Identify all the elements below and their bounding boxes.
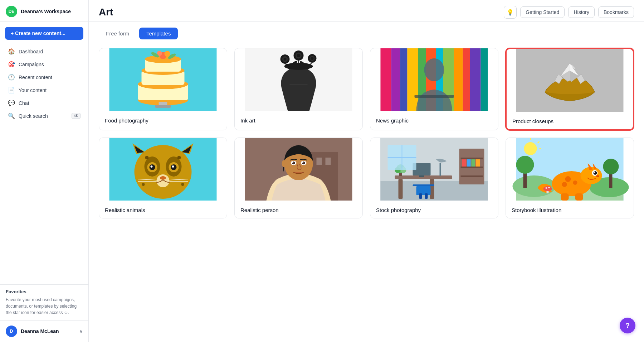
sidebar-nav: 🏠 Dashboard 🎯 Campaigns 🕐 Recent content…	[0, 43, 88, 284]
ink-art-thumbnail	[235, 48, 362, 111]
svg-rect-36	[408, 48, 418, 111]
stock-photography-thumbnail	[370, 138, 498, 201]
svg-rect-108	[467, 159, 471, 167]
favorites-title: Favorites	[6, 289, 83, 294]
sidebar-item-dashboard[interactable]: 🏠 Dashboard	[2, 45, 86, 58]
card-news-graphic-label: News graphic	[370, 112, 498, 129]
svg-rect-35	[400, 48, 408, 111]
card-ink-art[interactable]: Ink art	[234, 48, 363, 130]
sidebar-footer[interactable]: D Deanna McLean ∧	[0, 320, 88, 342]
svg-rect-58	[562, 82, 565, 86]
keyboard-shortcut: ⌘K	[72, 113, 80, 119]
card-realistic-animals-label: Realistic animals	[99, 202, 227, 218]
svg-rect-143	[575, 193, 583, 201]
sidebar-item-chat[interactable]: 💬 Chat	[2, 97, 86, 109]
svg-rect-43	[470, 48, 481, 111]
getting-started-button[interactable]: Getting Started	[520, 6, 565, 18]
workspace-name: Deanna's Workspace	[21, 9, 71, 14]
svg-point-82	[142, 183, 145, 186]
svg-point-145	[573, 180, 577, 185]
card-storybook-illustration-label: Storybook illustration	[506, 202, 634, 218]
help-button[interactable]: ?	[620, 318, 635, 333]
tab-free-form[interactable]: Free form	[99, 28, 136, 39]
svg-point-10	[165, 51, 170, 57]
sidebar-item-your-content[interactable]: 📄 Your content	[2, 84, 86, 96]
sidebar-item-label: Your content	[19, 87, 47, 93]
svg-point-150	[548, 187, 550, 188]
card-realistic-animals[interactable]: Realistic animals	[99, 138, 227, 218]
svg-point-133	[603, 159, 619, 174]
svg-rect-14	[155, 105, 171, 108]
main-content: Art 💡 Getting Started History Bookmarks …	[89, 0, 644, 342]
svg-point-144	[565, 176, 571, 182]
chat-icon: 💬	[8, 100, 15, 106]
cards-grid: Food photography	[99, 48, 634, 218]
dashboard-icon: 🏠	[8, 48, 15, 55]
svg-point-83	[181, 183, 184, 186]
sidebar-item-label: Recent content	[19, 74, 52, 80]
card-realistic-person[interactable]: Realistic person	[234, 138, 363, 218]
workspace-avatar: DE	[6, 6, 17, 17]
svg-rect-44	[481, 48, 488, 111]
create-new-content-button[interactable]: + Create new content...	[5, 27, 83, 40]
svg-rect-107	[462, 159, 467, 167]
card-realistic-person-label: Realistic person	[235, 202, 362, 218]
campaigns-icon: 🎯	[8, 61, 15, 68]
svg-point-95	[292, 162, 293, 163]
user-avatar: D	[6, 326, 17, 337]
svg-rect-41	[454, 48, 463, 111]
svg-point-75	[160, 176, 166, 180]
svg-point-151	[524, 142, 537, 155]
news-graphic-thumbnail	[370, 48, 498, 111]
sidebar-item-campaigns[interactable]: 🎯 Campaigns	[2, 58, 86, 71]
svg-rect-121	[425, 193, 428, 199]
card-ink-art-label: Ink art	[235, 112, 362, 129]
svg-point-137	[594, 171, 597, 175]
light-icon-button[interactable]: 💡	[504, 6, 517, 19]
svg-point-19	[297, 54, 301, 57]
svg-point-45	[424, 58, 444, 81]
svg-rect-119	[416, 186, 431, 195]
svg-rect-142	[561, 193, 569, 201]
recent-icon: 🕐	[8, 74, 15, 81]
svg-rect-59	[575, 82, 578, 86]
top-bar-actions: 💡 Getting Started History Bookmarks	[504, 6, 634, 19]
card-food-photography-label: Food photography	[99, 112, 227, 129]
storybook-illustration-thumbnail	[506, 138, 634, 201]
sidebar-item-quick-search[interactable]: 🔍 Quick search ⌘K	[2, 110, 86, 122]
card-stock-photography[interactable]: Stock photography	[370, 138, 498, 218]
svg-rect-106	[461, 175, 483, 177]
svg-rect-120	[419, 193, 422, 199]
user-name: Deanna McLean	[21, 328, 75, 334]
svg-rect-110	[476, 159, 480, 167]
history-button[interactable]: History	[568, 6, 595, 18]
sidebar-item-label: Quick search	[19, 113, 48, 119]
realistic-person-thumbnail	[235, 138, 362, 201]
card-product-closeups-label: Product closeups	[507, 113, 633, 129]
card-food-photography[interactable]: Food photography	[99, 48, 227, 130]
svg-point-61	[135, 145, 192, 199]
favorites-section: Favorites Favorite your most used campai…	[0, 284, 88, 320]
svg-rect-87	[326, 158, 331, 165]
svg-rect-86	[317, 158, 322, 165]
tab-templates[interactable]: Templates	[139, 28, 178, 39]
cards-grid-area: Food photography	[89, 39, 644, 342]
card-storybook-illustration[interactable]: Storybook illustration	[506, 138, 634, 218]
card-stock-photography-label: Stock photography	[370, 202, 498, 218]
tabs-bar: Free form Templates	[89, 22, 644, 39]
svg-rect-42	[463, 48, 470, 111]
card-news-graphic[interactable]: News graphic	[370, 48, 498, 130]
svg-rect-101	[399, 179, 403, 199]
svg-rect-104	[461, 158, 483, 159]
favorites-description: Favorite your most used campaigns, docum…	[6, 297, 83, 316]
sidebar-item-recent-content[interactable]: 🕐 Recent content	[2, 71, 86, 83]
svg-rect-109	[472, 159, 475, 167]
svg-point-81	[177, 156, 181, 159]
food-photography-thumbnail	[99, 48, 227, 111]
svg-rect-34	[391, 48, 400, 111]
svg-rect-33	[381, 48, 391, 111]
svg-point-74	[172, 165, 174, 168]
svg-point-90	[282, 160, 287, 167]
card-product-closeups[interactable]: Product closeups	[506, 48, 634, 130]
bookmarks-button[interactable]: Bookmarks	[598, 6, 634, 18]
